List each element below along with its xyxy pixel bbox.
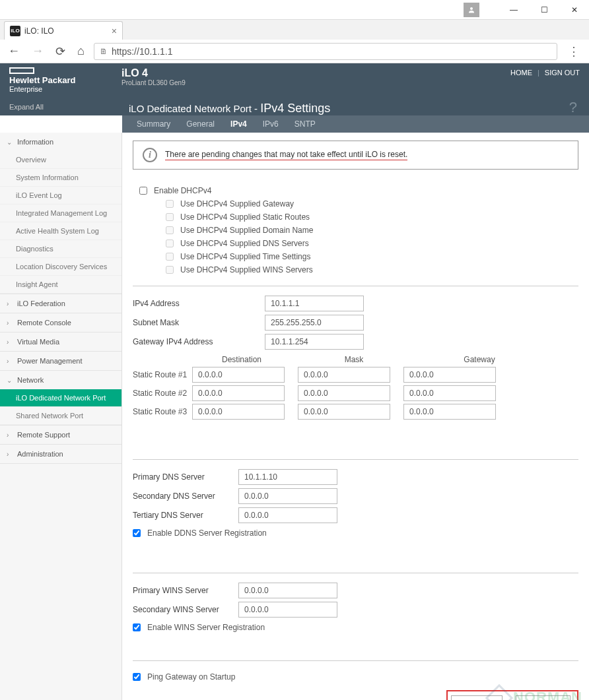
page-title-row: Expand All iLO Dedicated Network Port - … xyxy=(0,99,589,115)
tab-general[interactable]: General xyxy=(178,115,223,133)
enable-ddns-checkbox[interactable]: Enable DDNS Server Registration xyxy=(133,526,578,540)
enable-dhcpv4-checkbox[interactable]: Enable DHCPv4 xyxy=(139,184,578,197)
dhcp-opt-checkbox[interactable]: Use DHCPv4 Supplied WINS Servers xyxy=(139,263,578,276)
nav-ilo-federation[interactable]: ›iLO Federation xyxy=(0,294,121,313)
dhcp-opt-checkbox[interactable]: Use DHCPv4 Supplied Time Settings xyxy=(139,250,578,263)
nav-remote-console[interactable]: ›Remote Console xyxy=(0,313,121,332)
brand-logo: Hewlett Packard Enterprise xyxy=(9,67,121,99)
tab-close-icon[interactable]: × xyxy=(112,26,117,36)
nav-network[interactable]: ⌄Network xyxy=(0,371,121,389)
tab-ipv4[interactable]: IPv4 xyxy=(223,115,255,133)
signout-link[interactable]: SIGN OUT xyxy=(545,69,580,77)
back-button[interactable]: ← xyxy=(5,43,22,59)
window-minimize-button[interactable]: — xyxy=(504,3,523,16)
nav-power-management[interactable]: ›Power Management xyxy=(0,352,121,370)
tab-sntp[interactable]: SNTP xyxy=(287,115,324,133)
gateway-label: Gateway IPv4 Address xyxy=(133,337,265,346)
nav-information[interactable]: ⌄Information xyxy=(0,133,121,151)
secondary-dns-input[interactable] xyxy=(238,488,337,504)
wins-section: Primary WINS Server Secondary WINS Serve… xyxy=(133,583,578,634)
dhcp-opt-checkbox[interactable]: Use DHCPv4 Supplied Static Routes xyxy=(139,210,578,224)
tertiary-dns-input[interactable] xyxy=(238,507,337,523)
nav-item-integrated-management-log[interactable]: Integrated Management Log xyxy=(0,205,121,222)
product-title: iLO 4 ProLiant DL360 Gen9 xyxy=(121,67,186,99)
subnet-mask-label: Subnet Mask xyxy=(133,318,265,327)
ping-gateway-checkbox[interactable]: Ping Gateway on Startup xyxy=(133,670,578,684)
nav-remote-support[interactable]: ›Remote Support xyxy=(0,426,121,444)
static-route-row: Static Route #1 xyxy=(133,367,578,383)
route-dest-input[interactable] xyxy=(192,385,285,401)
subnet-mask-input[interactable] xyxy=(265,315,364,331)
route-label: Static Route #3 xyxy=(133,407,192,416)
browser-tab[interactable]: iLO iLO: ILO × xyxy=(4,21,123,40)
primary-dns-input[interactable] xyxy=(238,469,337,485)
window-maximize-button[interactable]: ☐ xyxy=(535,3,553,16)
chevron-down-icon: ⌄ xyxy=(7,377,13,384)
url-text: https://10.1.1.1 xyxy=(112,46,173,57)
nav-item-system-information[interactable]: System Information xyxy=(0,169,121,187)
enable-wins-reg-checkbox[interactable]: Enable WINS Server Registration xyxy=(133,621,578,634)
browser-menu-icon[interactable]: ⋮ xyxy=(564,44,584,59)
secondary-wins-input[interactable] xyxy=(238,602,337,618)
route-dest-input[interactable] xyxy=(192,404,285,420)
secondary-wins-label: Secondary WINS Server xyxy=(133,605,238,614)
reset-button[interactable]: Reset xyxy=(451,695,502,700)
dhcp-section: Enable DHCPv4 Use DHCPv4 Supplied Gatewa… xyxy=(133,184,578,276)
nav-item-location-discovery-services[interactable]: Location Discovery Services xyxy=(0,258,121,276)
route-mask-input[interactable] xyxy=(298,404,390,420)
dhcp-opt-checkbox[interactable]: Use DHCPv4 Supplied Domain Name xyxy=(139,224,578,237)
nav-item-overview[interactable]: Overview xyxy=(0,151,121,169)
chevron-right-icon: › xyxy=(7,319,13,327)
chevron-right-icon: › xyxy=(7,300,13,307)
static-route-row: Static Route #3 xyxy=(133,404,578,420)
primary-dns-label: Primary DNS Server xyxy=(133,472,238,482)
route-dest-input[interactable] xyxy=(192,367,285,383)
action-buttons: Reset Submit xyxy=(446,690,578,700)
nav-item-diagnostics[interactable]: Diagnostics xyxy=(0,240,121,258)
nav-item-ilo-dedicated-network-port[interactable]: iLO Dedicated Network Port xyxy=(0,389,121,407)
nav-item-ilo-event-log[interactable]: iLO Event Log xyxy=(0,187,121,205)
tab-summary[interactable]: Summary xyxy=(129,115,178,133)
route-gw-input[interactable] xyxy=(403,367,496,383)
alert-banner: i There are pending changes that may not… xyxy=(133,141,578,170)
reload-button[interactable]: ⟳ xyxy=(53,43,68,60)
nav-item-active-health-system-log[interactable]: Active Health System Log xyxy=(0,222,121,240)
dhcp-opt-checkbox[interactable]: Use DHCPv4 Supplied Gateway xyxy=(139,197,578,210)
submit-button[interactable]: Submit xyxy=(516,695,571,700)
chevron-right-icon: › xyxy=(7,358,13,365)
expand-all-link[interactable]: Expand All xyxy=(0,99,122,115)
dns-section: Primary DNS Server Secondary DNS Server … xyxy=(133,469,578,540)
address-bar[interactable]: 🗎 https://10.1.1.1 xyxy=(94,43,557,60)
window-close-button[interactable]: ✕ xyxy=(565,3,584,16)
app-header: Hewlett Packard Enterprise iLO 4 ProLian… xyxy=(0,63,589,99)
static-route-row: Static Route #2 xyxy=(133,385,578,401)
primary-wins-input[interactable] xyxy=(238,583,337,598)
top-links: HOME | SIGN OUT xyxy=(510,67,580,99)
ipv4-address-input[interactable] xyxy=(265,296,364,311)
forward-button[interactable]: → xyxy=(29,43,46,59)
tab-title: iLO: ILO xyxy=(24,26,54,36)
user-icon xyxy=(464,3,479,17)
sidebar: ⌄InformationOverviewSystem InformationiL… xyxy=(0,133,122,700)
home-button[interactable]: ⌂ xyxy=(75,43,87,59)
gateway-input[interactable] xyxy=(265,334,364,350)
route-mask-input[interactable] xyxy=(298,367,390,383)
svg-point-0 xyxy=(470,7,473,10)
route-mask-input[interactable] xyxy=(298,385,390,401)
route-label: Static Route #2 xyxy=(133,389,192,398)
main-content: i There are pending changes that may not… xyxy=(122,133,589,700)
route-gw-input[interactable] xyxy=(403,404,496,420)
browser-toolbar: ← → ⟳ ⌂ 🗎 https://10.1.1.1 ⋮ xyxy=(0,40,589,63)
favicon-icon: iLO xyxy=(10,26,20,36)
home-link[interactable]: HOME xyxy=(510,69,532,77)
route-gw-input[interactable] xyxy=(403,385,496,401)
ipv4-section: IPv4 Address Subnet Mask Gateway IPv4 Ad… xyxy=(133,296,578,420)
nav-virtual-media[interactable]: ›Virtual Media xyxy=(0,333,121,351)
nav-item-shared-network-port[interactable]: Shared Network Port xyxy=(0,407,121,425)
nav-administration[interactable]: ›Administration xyxy=(0,445,121,463)
nav-item-insight-agent[interactable]: Insight Agent xyxy=(0,276,121,294)
dhcp-opt-checkbox[interactable]: Use DHCPv4 Supplied DNS Servers xyxy=(139,237,578,250)
tab-ipv6[interactable]: IPv6 xyxy=(255,115,287,133)
page-title: iLO Dedicated Network Port - IPv4 Settin… xyxy=(129,103,330,114)
help-icon[interactable]: ? xyxy=(569,99,577,116)
